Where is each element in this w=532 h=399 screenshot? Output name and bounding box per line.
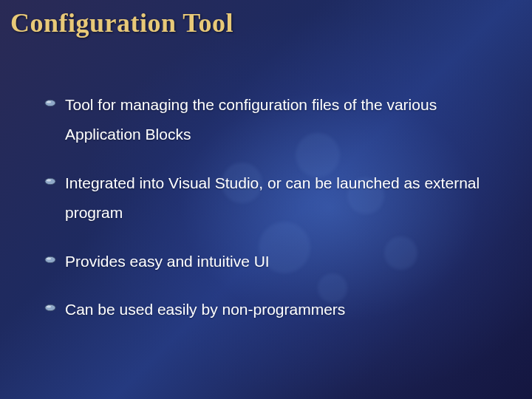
lens-bullet-icon: [44, 177, 56, 185]
list-item-text: Integrated into Visual Studio, or can be…: [65, 174, 480, 221]
svg-point-6: [45, 305, 55, 311]
svg-point-3: [47, 179, 51, 181]
list-item: Tool for managing the configuration file…: [44, 90, 502, 149]
svg-point-0: [45, 100, 55, 106]
slide-title: Configuration Tool: [0, 0, 532, 38]
lens-bullet-icon: [44, 304, 56, 312]
list-item: Provides easy and intuitive UI: [44, 247, 502, 276]
svg-point-5: [47, 257, 51, 259]
list-item-text: Can be used easily by non-programmers: [65, 301, 345, 318]
slide-body: Tool for managing the configuration file…: [0, 38, 532, 324]
svg-point-1: [47, 100, 51, 103]
bullet-list: Tool for managing the configuration file…: [44, 90, 502, 324]
svg-point-7: [47, 306, 51, 308]
svg-point-2: [45, 178, 55, 184]
lens-bullet-icon: [44, 99, 56, 107]
list-item: Integrated into Visual Studio, or can be…: [44, 168, 502, 228]
list-item-text: Tool for managing the configuration file…: [65, 96, 437, 143]
lens-bullet-icon: [44, 256, 56, 264]
svg-point-4: [45, 256, 55, 262]
list-item-text: Provides easy and intuitive UI: [65, 253, 270, 270]
list-item: Can be used easily by non-programmers: [44, 295, 502, 324]
